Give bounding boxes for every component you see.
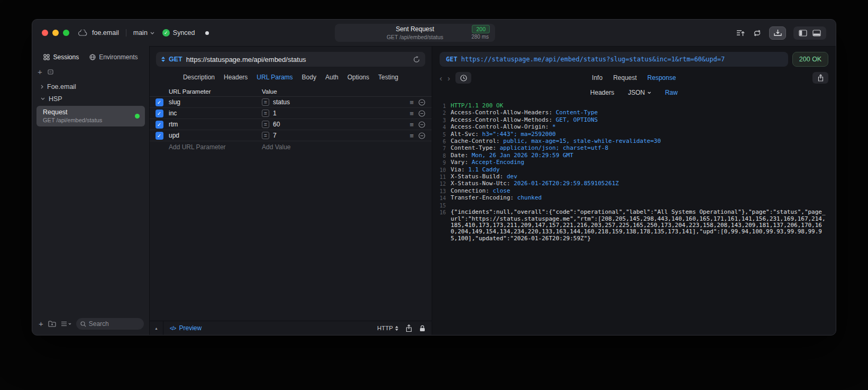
remove-row-icon[interactable]	[418, 99, 425, 106]
add-request-icon[interactable]	[39, 319, 43, 329]
tab-auth[interactable]: Auth	[325, 74, 339, 81]
param-name[interactable]: upd	[169, 132, 262, 139]
collapse-all-icon[interactable]	[48, 69, 53, 75]
protocol-label: HTTP	[377, 325, 393, 331]
tab-testing[interactable]: Testing	[378, 74, 398, 81]
table-row: slug status	[150, 97, 432, 108]
response-url-bar[interactable]: GET https://statuspage.me/api/embed/stat…	[440, 52, 788, 67]
add-item-icon[interactable]	[38, 67, 42, 76]
table-row: rtm 60	[150, 119, 432, 130]
tab-headers[interactable]: Headers	[224, 74, 248, 81]
sync-status[interactable]: Synced	[162, 29, 195, 37]
share-response-icon[interactable]	[812, 72, 828, 84]
response-line: 7Content-Typeapplication/json; charset=u…	[436, 145, 828, 152]
response-line: 2Access-Control-Allow-HeadersContent-Typ…	[436, 110, 828, 116]
text-type-icon	[262, 110, 269, 117]
param-checkbox[interactable]	[156, 121, 163, 129]
app-window: foe.email main Synced Sent Request 200 G…	[32, 19, 836, 335]
param-checkbox[interactable]	[156, 98, 163, 106]
sessions-grid-icon	[43, 54, 50, 60]
tab-request[interactable]: Request	[613, 74, 637, 81]
remove-row-icon[interactable]	[418, 132, 425, 139]
subtab-json[interactable]: JSON	[628, 89, 651, 96]
tree-label: HSP	[49, 95, 62, 103]
param-name[interactable]: inc	[169, 110, 262, 117]
minimize-window-button[interactable]	[52, 30, 59, 36]
close-window-button[interactable]	[42, 30, 48, 36]
request-item-title: Request	[43, 108, 135, 116]
branch-name: main	[133, 29, 148, 37]
project-name[interactable]: foe.email	[92, 29, 119, 37]
request-method[interactable]: GET	[169, 56, 182, 63]
request-editor-panel: GET https://statuspage.me/api/embed/stat…	[150, 46, 432, 335]
zoom-window-button[interactable]	[63, 30, 69, 36]
subtab-raw[interactable]: Raw	[665, 89, 678, 96]
response-url: https://statuspage.me/api/embed/status?s…	[461, 56, 725, 63]
tree-label: Foe.email	[47, 83, 76, 90]
tab-info[interactable]: Info	[592, 74, 602, 81]
new-folder-icon[interactable]	[48, 321, 56, 327]
drag-handle-icon[interactable]	[409, 110, 414, 117]
http-exchange-icon[interactable]	[769, 26, 786, 40]
param-name[interactable]: slug	[169, 98, 262, 106]
history-clock-icon[interactable]	[455, 72, 471, 84]
add-value-field[interactable]: Add Value	[262, 143, 404, 151]
request-footer: Preview HTTP	[150, 321, 432, 335]
sent-request-title: Sent Request	[396, 25, 434, 33]
tab-environments[interactable]: Environments	[89, 53, 138, 61]
param-value[interactable]: 1	[273, 110, 277, 117]
remove-row-icon[interactable]	[418, 110, 425, 117]
search-input[interactable]	[89, 320, 140, 328]
drag-handle-icon[interactable]	[409, 132, 414, 140]
drag-handle-icon[interactable]	[409, 121, 414, 129]
search-icon	[80, 321, 86, 327]
request-url-bar[interactable]: GET https://statuspage.me/api/embed/stat…	[156, 52, 425, 67]
param-value[interactable]: status	[273, 98, 290, 106]
lock-icon[interactable]	[419, 325, 425, 332]
tab-options[interactable]: Options	[348, 74, 369, 81]
forward-icon[interactable]: ›	[447, 74, 450, 82]
param-value[interactable]: 7	[273, 132, 277, 139]
response-line: 3Access-Control-Allow-MethodsGET, OPTION…	[436, 117, 828, 124]
tree-item-foe-email[interactable]: Foe.email	[32, 80, 149, 93]
refresh-icon[interactable]	[413, 56, 420, 63]
response-status-badge: 200 OK	[792, 52, 828, 67]
import-icon[interactable]	[736, 29, 745, 37]
request-url[interactable]: https://statuspage.me/api/embed/status	[186, 56, 409, 64]
param-checkbox[interactable]	[156, 132, 163, 140]
tree-item-hsp[interactable]: HSP	[32, 93, 149, 105]
protocol-select[interactable]: HTTP	[377, 325, 398, 331]
sent-request-pill[interactable]: Sent Request 200 GET /api/embed/status 2…	[335, 24, 495, 42]
tab-description[interactable]: Description	[183, 74, 215, 81]
remove-row-icon[interactable]	[418, 121, 425, 128]
method-stepper-icon[interactable]	[161, 57, 165, 62]
chevron-down-icon	[150, 32, 154, 34]
param-name[interactable]: rtm	[169, 121, 262, 128]
view-options-icon[interactable]	[61, 321, 71, 326]
drag-handle-icon[interactable]	[409, 98, 414, 106]
back-icon[interactable]: ‹	[440, 74, 442, 82]
share-icon[interactable]	[406, 324, 412, 332]
response-line: 5Alt-Svch3=":443"; ma=2592000	[436, 131, 828, 138]
preview-button[interactable]: Preview	[170, 324, 202, 332]
expand-drawer-icon[interactable]	[150, 321, 163, 335]
branch-selector[interactable]: main	[133, 29, 154, 37]
search-box[interactable]	[76, 318, 144, 330]
tab-url-params[interactable]: URL Params	[257, 74, 293, 81]
response-panel: GET https://statuspage.me/api/embed/stat…	[432, 46, 836, 335]
column-url-parameter: URL Parameter	[169, 88, 262, 95]
unsaved-indicator-dot	[205, 31, 209, 35]
param-value[interactable]: 60	[273, 121, 280, 128]
json-label: JSON	[628, 89, 645, 96]
sync-loop-icon[interactable]	[753, 30, 762, 37]
tree-item-request-selected[interactable]: Request GET /api/embed/status	[36, 106, 145, 126]
tab-sessions[interactable]: Sessions	[43, 53, 79, 61]
toggle-bottom-panel-icon[interactable]	[812, 30, 821, 37]
toggle-sidebar-icon[interactable]	[799, 30, 807, 37]
subtab-headers[interactable]: Headers	[590, 89, 614, 96]
tab-response[interactable]: Response	[647, 74, 676, 81]
add-url-parameter-field[interactable]: Add URL Parameter	[169, 143, 262, 151]
param-checkbox[interactable]	[156, 110, 163, 117]
response-raw-view[interactable]: 1HTTP/1.1 200 OK 2Access-Control-Allow-H…	[432, 99, 836, 335]
tab-body[interactable]: Body	[302, 74, 316, 81]
